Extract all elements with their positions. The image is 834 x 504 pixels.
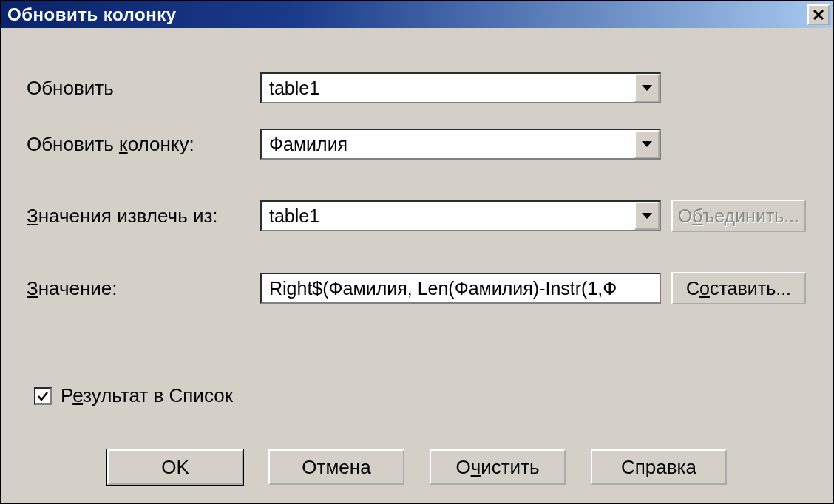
- dialog-window: Обновить колонку Обновить table1 Обновит…: [0, 0, 834, 504]
- cancel-button[interactable]: Отмена: [268, 449, 404, 485]
- chevron-down-icon: [642, 85, 652, 91]
- select-values-from-arrow[interactable]: [634, 202, 660, 230]
- chevron-down-icon: [642, 141, 652, 147]
- select-values-from-value: table1: [262, 205, 634, 227]
- clear-button[interactable]: Очистить: [430, 449, 566, 485]
- select-update-column-arrow[interactable]: [634, 130, 660, 158]
- select-values-from[interactable]: table1: [260, 200, 661, 231]
- svg-marker-3: [642, 141, 652, 147]
- label-value: Значение:: [27, 277, 260, 300]
- select-update-column[interactable]: Фамилия: [260, 129, 661, 160]
- chevron-down-icon: [642, 213, 652, 219]
- dialog-content: Обновить table1 Обновить колонку: Фамили…: [1, 28, 833, 344]
- select-update-value: table1: [262, 78, 634, 99]
- select-update-column-value: Фамилия: [262, 134, 634, 155]
- titlebar: Обновить колонку: [1, 1, 833, 28]
- row-values-from: Значения извлечь из: table1 Объединить..…: [27, 200, 807, 232]
- check-icon: [37, 390, 49, 402]
- ok-button[interactable]: OK: [107, 449, 243, 485]
- select-update-arrow[interactable]: [634, 74, 660, 102]
- row-update-column: Обновить колонку: Фамилия: [27, 129, 807, 160]
- label-update-column: Обновить колонку:: [27, 133, 260, 156]
- value-input[interactable]: Right$(Фамилия, Len(Фамилия)-Instr(1,Ф: [260, 273, 661, 304]
- compose-button[interactable]: Составить...: [671, 272, 806, 304]
- result-list-label: Результат в Список: [61, 384, 233, 407]
- help-button[interactable]: Справка: [591, 449, 727, 485]
- join-button: Объединить...: [671, 200, 806, 232]
- row-update: Обновить table1: [27, 72, 807, 103]
- select-update[interactable]: table1: [260, 72, 661, 103]
- close-icon: [813, 9, 824, 21]
- svg-marker-2: [642, 85, 652, 91]
- window-title: Обновить колонку: [7, 4, 177, 25]
- label-update: Обновить: [27, 77, 260, 100]
- result-list-checkbox[interactable]: [34, 387, 52, 405]
- button-row: OK Отмена Очистить Справка: [1, 449, 833, 485]
- checkbox-row: Результат в Список: [34, 384, 233, 407]
- row-value: Значение: Right$(Фамилия, Len(Фамилия)-I…: [27, 272, 807, 304]
- label-values-from: Значения извлечь из:: [27, 205, 260, 228]
- svg-marker-4: [642, 213, 652, 219]
- close-button[interactable]: [807, 4, 830, 25]
